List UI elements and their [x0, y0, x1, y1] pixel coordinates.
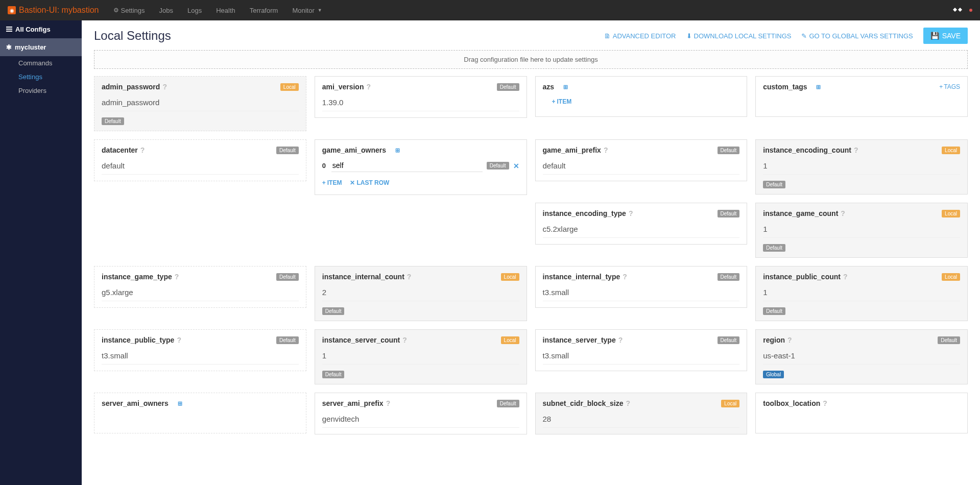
card-custom-tags: custom_tags ⊞ +TAGS [755, 76, 968, 117]
sidebar-commands[interactable]: Commands [0, 56, 82, 70]
value-input[interactable]: 28 [543, 413, 740, 428]
help-icon[interactable]: ? [629, 209, 633, 217]
value-input[interactable]: t3.small [543, 286, 740, 301]
caret-down-icon: ▼ [318, 8, 322, 13]
default-badge[interactable]: Default [763, 244, 785, 252]
card-azs: azs ⊞ +ITEM [535, 76, 748, 117]
sidebar-cluster[interactable]: ✱ mycluster [0, 38, 82, 56]
advanced-editor-button[interactable]: 🗎ADVANCED EDITOR [604, 32, 676, 40]
card-toolbox-location: toolbox_location? [755, 393, 968, 433]
plus-icon: + [939, 83, 943, 90]
default-badge: Default [497, 400, 519, 407]
remove-row-button[interactable]: ✕ [513, 162, 519, 170]
remove-last-row-button[interactable]: ✕LAST ROW [350, 177, 389, 188]
brand-logo-icon: ◉ [8, 6, 16, 14]
help-icon[interactable]: ? [854, 146, 858, 154]
value-input[interactable]: us-east-1 [763, 349, 960, 365]
default-badge[interactable]: Default [102, 117, 124, 125]
global-vars-button[interactable]: ✎GO TO GLOBAL VARS SETTINGS [801, 32, 913, 40]
default-badge: Default [276, 336, 299, 344]
default-badge[interactable]: Default [763, 181, 785, 188]
edit-icon: ✎ [801, 32, 807, 40]
value-input[interactable]: 2 [322, 286, 519, 301]
default-badge[interactable]: Default [322, 307, 345, 315]
download-button[interactable]: ⬇DOWNLOAD LOCAL SETTINGS [686, 32, 792, 40]
help-icon[interactable]: ? [618, 336, 623, 344]
expand-icon[interactable]: ⊞ [178, 400, 182, 407]
expand-icon[interactable]: ⊞ [395, 147, 400, 154]
nav-settings[interactable]: ⚙Settings [107, 2, 151, 19]
help-icon[interactable]: ? [626, 399, 630, 407]
value-input[interactable]: t3.small [543, 349, 740, 365]
help-icon[interactable]: ? [386, 399, 391, 407]
value-input[interactable]: t3.small [102, 349, 299, 365]
default-badge[interactable]: Default [322, 371, 345, 378]
help-icon[interactable]: ? [402, 336, 407, 344]
card-instance-public-type: instance_public_type? Default t3.small [94, 329, 306, 371]
global-badge[interactable]: Global [763, 371, 784, 378]
add-tags-button[interactable]: +TAGS [939, 83, 960, 90]
value-input[interactable]: genvidtech [322, 413, 519, 428]
help-icon[interactable]: ? [162, 83, 167, 91]
help-icon[interactable]: ? [177, 336, 181, 344]
card-subnet-cidr-block-size: subnet_cidr_block_size? Local 28 [535, 393, 748, 434]
save-button[interactable]: 💾SAVE [923, 28, 968, 44]
file-icon: 🗎 [604, 32, 611, 40]
value-input[interactable]: 1 [322, 349, 519, 365]
value-input[interactable]: default [543, 159, 740, 175]
card-instance-encoding-count: instance_encoding_count? Local 1 Default [755, 139, 968, 195]
card-server-ami-owners: server_ami_owners ⊞ [94, 393, 306, 433]
help-icon[interactable]: ? [175, 273, 179, 281]
value-input[interactable]: admin_password [102, 96, 299, 111]
sidebar-all-configs[interactable]: All Configs [0, 20, 82, 38]
expand-icon[interactable]: ⊞ [816, 84, 821, 90]
brand-link[interactable]: ◉ Bastion-UI: mybastion [8, 6, 99, 15]
default-badge: Default [718, 210, 740, 217]
card-instance-game-count: instance_game_count? Local 1 Default [755, 203, 968, 258]
help-icon[interactable]: ? [623, 273, 627, 281]
help-icon[interactable]: ? [407, 273, 412, 281]
value-input[interactable]: c5.2xlarge [543, 223, 740, 238]
value-input[interactable]: 1 [763, 223, 960, 238]
sidebar-providers[interactable]: Providers [0, 84, 82, 98]
toolbar: 🗎ADVANCED EDITOR ⬇DOWNLOAD LOCAL SETTING… [604, 28, 968, 44]
default-badge: Default [718, 273, 740, 281]
help-icon[interactable]: ? [841, 209, 845, 217]
help-icon[interactable]: ? [787, 336, 792, 344]
array-row: 0 Default ✕ [322, 159, 519, 172]
nav-monitor[interactable]: Monitor▼ [286, 2, 328, 19]
value-input[interactable]: 1 [763, 286, 960, 301]
navbar-left: ◉ Bastion-UI: mybastion ⚙Settings Jobs L… [8, 2, 328, 19]
card-instance-encoding-type: instance_encoding_type? Default c5.2xlar… [535, 203, 748, 245]
asterisk-icon: ✱ [6, 43, 12, 51]
sidebar-settings[interactable]: Settings [0, 70, 82, 84]
local-badge: Local [501, 273, 519, 281]
help-icon[interactable]: ? [843, 273, 848, 281]
navbar-logo-icon[interactable] [950, 5, 965, 16]
dropzone[interactable]: Drag configuration file here to update s… [94, 50, 968, 69]
value-input[interactable]: default [102, 159, 299, 175]
nav-logs[interactable]: Logs [181, 2, 208, 19]
help-icon[interactable]: ? [366, 83, 371, 91]
default-badge: Default [718, 336, 740, 344]
expand-icon[interactable]: ⊞ [563, 84, 568, 90]
value-input[interactable]: g5.xlarge [102, 286, 299, 301]
add-item-button[interactable]: +ITEM [543, 96, 740, 107]
default-badge: Default [276, 273, 299, 281]
help-icon[interactable]: ? [140, 146, 145, 154]
value-input[interactable]: 1.39.0 [322, 96, 519, 111]
nav-terraform[interactable]: Terraform [244, 2, 284, 19]
value-input[interactable]: 1 [763, 159, 960, 175]
add-item-button[interactable]: +ITEM [322, 177, 342, 188]
default-badge[interactable]: Default [487, 162, 509, 169]
help-icon[interactable]: ? [604, 146, 608, 154]
card-instance-internal-type: instance_internal_type? Default t3.small [535, 266, 748, 308]
nav-health[interactable]: Health [210, 2, 242, 19]
main-content: Local Settings 🗎ADVANCED EDITOR ⬇DOWNLOA… [82, 20, 980, 485]
default-badge[interactable]: Default [763, 307, 785, 315]
array-input[interactable] [331, 159, 483, 172]
local-badge: Local [942, 273, 960, 281]
nav-jobs[interactable]: Jobs [153, 2, 179, 19]
cards-grid: admin_password? Local admin_password Def… [82, 76, 980, 447]
help-icon[interactable]: ? [823, 399, 827, 407]
